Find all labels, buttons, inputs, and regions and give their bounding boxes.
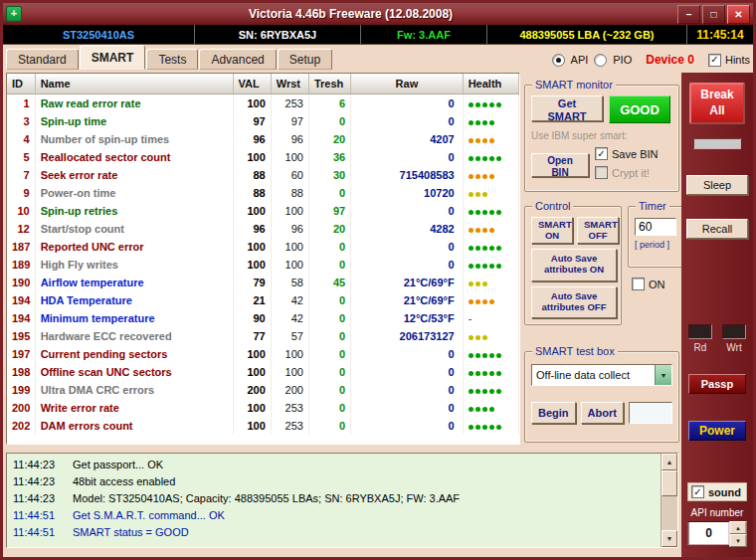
table-row[interactable]: 12Start/stop count9696204282 xyxy=(7,220,519,238)
pio-radio[interactable] xyxy=(594,54,607,67)
table-row[interactable]: 7Seek error rate886030715408583 xyxy=(7,166,519,184)
header-raw[interactable]: Raw xyxy=(351,74,464,94)
table-row[interactable]: 197Current pending sectors10010000 xyxy=(7,345,519,363)
power-button[interactable]: Power xyxy=(688,421,746,441)
header-tresh[interactable]: Tresh xyxy=(308,74,350,94)
table-row[interactable]: 189High Fly writes10010000 xyxy=(7,256,519,274)
cell-health xyxy=(463,94,518,113)
cell-wrst: 97 xyxy=(271,112,308,130)
table-row[interactable]: 202DAM errors count10025300 xyxy=(7,417,519,435)
cell-val: 100 xyxy=(233,94,271,113)
log-scrollbar[interactable]: ▲ ▼ xyxy=(661,454,677,547)
cell-raw: 0 xyxy=(351,381,464,399)
cell-wrst: 100 xyxy=(271,363,308,381)
window-title: Victoria 4.46b Freeware (12.08.2008) xyxy=(26,7,675,21)
api-number-input[interactable] xyxy=(688,521,730,545)
table-row[interactable]: 199Ultra DMA CRC errors20020000 xyxy=(7,381,519,399)
scroll-up-button[interactable]: ▲ xyxy=(662,454,677,470)
table-row[interactable]: 187Reported UNC error10010000 xyxy=(7,238,519,256)
scroll-down-button[interactable]: ▼ xyxy=(662,530,677,547)
smart-monitor-group: SMART monitor Get SMART GOOD Use IBM sup… xyxy=(524,85,679,192)
passport-button[interactable]: Passp xyxy=(688,374,746,394)
cell-tresh: 97 xyxy=(308,202,350,220)
header-name[interactable]: Name xyxy=(35,74,233,94)
health-dot xyxy=(475,102,480,107)
read-led xyxy=(688,324,712,339)
test-progress-input[interactable] xyxy=(629,402,672,424)
timer-group: Timer [ period ] xyxy=(628,206,683,268)
cell-health xyxy=(463,166,518,184)
health-dot xyxy=(469,299,473,304)
auto-save-off-button[interactable]: Auto Save attributes OFF xyxy=(531,286,617,319)
scrollbar-thumb[interactable] xyxy=(662,470,677,496)
tab-standard[interactable]: Standard xyxy=(6,49,79,70)
timer-on-checkbox[interactable]: ✓ ON xyxy=(632,278,665,290)
open-bin-button[interactable]: Open BIN xyxy=(531,153,589,177)
minimize-button[interactable]: – xyxy=(677,5,700,24)
cell-id: 10 xyxy=(7,202,35,220)
cell-health xyxy=(463,184,518,202)
health-dot xyxy=(475,174,480,179)
cell-health xyxy=(463,238,518,256)
timer-period-input[interactable] xyxy=(635,218,676,236)
table-row[interactable]: 198Offline scan UNC sectors10010000 xyxy=(7,363,519,381)
table-row[interactable]: 195Hardware ECC recovered77570206173127 xyxy=(7,327,519,345)
health-dot xyxy=(496,264,501,269)
table-row[interactable]: 194Minimum temperature9042012°C/53°F- xyxy=(7,309,519,327)
abort-button[interactable]: Abort xyxy=(581,402,624,424)
cell-health xyxy=(463,345,518,363)
table-row[interactable]: 194HDA Temperature2142021°C/69°F xyxy=(7,291,519,309)
tab-smart[interactable]: SMART xyxy=(80,45,146,70)
table-row[interactable]: 10Spin-up retries100100970 xyxy=(7,202,519,220)
close-button[interactable]: ✕ xyxy=(727,5,750,24)
header-wrst[interactable]: Wrst xyxy=(271,74,308,94)
hints-checkbox[interactable]: ✓ Hints xyxy=(708,54,750,67)
break-all-button[interactable]: Break All xyxy=(689,83,745,124)
tab-tests[interactable]: Tests xyxy=(146,49,198,70)
cell-raw: 0 xyxy=(351,112,464,130)
table-row[interactable]: 5Reallocated sector count100100360 xyxy=(7,148,519,166)
table-row[interactable]: 3Spin-up time979700 xyxy=(7,112,519,130)
pio-radio-label: PIO xyxy=(613,54,632,66)
spin-up-button[interactable]: ▲ xyxy=(730,521,747,534)
table-row[interactable]: 4Number of spin-up times9696204207 xyxy=(7,130,519,148)
cell-val: 100 xyxy=(233,363,271,381)
table-row[interactable]: 9Power-on time8888010720 xyxy=(7,184,519,202)
smart-test-dropdown[interactable]: Off-line data collect ▼ xyxy=(531,364,672,386)
crypt-it-checkbox: ✓ Crypt it! xyxy=(595,166,658,179)
scrollbar-track[interactable] xyxy=(662,470,677,530)
cell-val: 21 xyxy=(233,291,271,309)
sleep-button[interactable]: Sleep xyxy=(686,175,748,195)
cell-tresh: 6 xyxy=(308,94,350,113)
maximize-button[interactable]: □ xyxy=(702,5,725,24)
header-val[interactable]: VAL xyxy=(233,74,271,94)
save-bin-checkbox[interactable]: ✓ Save BIN xyxy=(595,147,658,160)
cell-name: Minimum temperature xyxy=(35,309,233,327)
cell-health xyxy=(463,327,518,345)
tab-setup[interactable]: Setup xyxy=(278,49,332,70)
cell-id: 1 xyxy=(7,94,35,113)
chevron-down-icon[interactable]: ▼ xyxy=(655,365,671,385)
maximize-icon: □ xyxy=(710,9,716,20)
health-dot xyxy=(482,102,487,107)
begin-button[interactable]: Begin xyxy=(531,402,576,424)
health-dot xyxy=(482,156,487,161)
table-row[interactable]: 200Write error rate10025300 xyxy=(7,399,519,417)
titlebar[interactable]: + Victoria 4.46b Freeware (12.08.2008) –… xyxy=(3,3,753,25)
tab-advanced[interactable]: Advanced xyxy=(199,49,276,70)
recall-button[interactable]: Recall xyxy=(686,219,748,239)
table-row[interactable]: 190Airflow temperature79584521°C/69°F xyxy=(7,274,519,291)
get-smart-button[interactable]: Get SMART xyxy=(531,95,603,121)
smart-off-button[interactable]: SMART OFF xyxy=(577,217,619,244)
api-radio-label: API xyxy=(571,54,589,66)
header-id[interactable]: ID xyxy=(7,74,35,94)
api-radio[interactable] xyxy=(552,54,565,67)
health-dot xyxy=(469,210,473,215)
cell-id: 3 xyxy=(7,112,35,130)
table-row[interactable]: 1Raw read error rate10025360 xyxy=(7,94,519,113)
smart-on-button[interactable]: SMART ON xyxy=(531,217,573,244)
header-health[interactable]: Health xyxy=(463,74,518,94)
auto-save-on-button[interactable]: Auto Save attributes ON xyxy=(531,249,617,281)
sound-checkbox[interactable]: ✓ sound xyxy=(687,482,747,501)
spin-down-button[interactable]: ▼ xyxy=(730,534,747,547)
